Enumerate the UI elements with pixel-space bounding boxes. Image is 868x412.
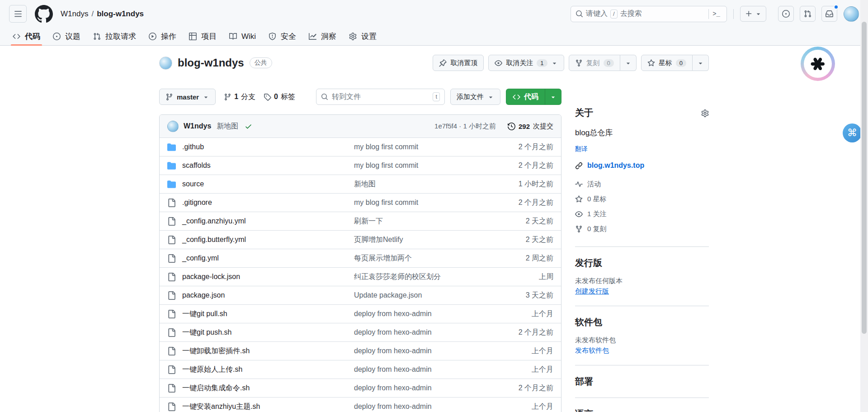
github-logo[interactable] <box>35 5 53 23</box>
command-extension-button[interactable]: ⌘ <box>843 123 862 142</box>
file-name-link[interactable]: _config.butterfly.yml <box>182 236 354 244</box>
table-row[interactable]: 一键卸载加密插件.shdeploy from hexo-admin上个月 <box>160 341 561 360</box>
branches-link[interactable]: 1 分支 <box>224 92 255 102</box>
commit-author-avatar[interactable] <box>167 121 179 132</box>
commit-message-link[interactable]: my blog first commit <box>354 199 490 207</box>
commit-message-link[interactable]: deploy from hexo-admin <box>354 384 490 392</box>
commit-message-link[interactable]: deploy from hexo-admin <box>354 328 490 336</box>
commit-message-link[interactable]: 新地图 <box>217 122 238 131</box>
page-scrollbar[interactable] <box>860 0 868 412</box>
edit-repo-details-button[interactable] <box>701 109 709 117</box>
file-name-link[interactable]: .github <box>182 143 354 151</box>
commit-history-link[interactable]: 292 次提交 <box>508 122 553 131</box>
table-row[interactable]: scaffoldsmy blog first commit2 个月之前 <box>160 156 561 175</box>
commit-message-link[interactable]: deploy from hexo-admin <box>354 403 490 411</box>
tab-security[interactable]: 安全 <box>262 28 302 45</box>
pull-requests-dashboard-button[interactable] <box>800 6 816 22</box>
table-row[interactable]: package.jsonUpdate package.json3 天之前 <box>160 286 561 304</box>
hamburger-menu-button[interactable] <box>9 5 27 23</box>
breadcrumb-repo-link[interactable]: blog-w1ndys <box>97 9 144 19</box>
create-new-button[interactable] <box>740 6 766 22</box>
fork-button[interactable]: 复刻 0 <box>569 55 620 71</box>
commit-message-link[interactable]: 每页展示增加两个 <box>354 254 490 263</box>
file-name-link[interactable]: scaffolds <box>182 161 354 170</box>
branch-selector[interactable]: master <box>159 89 216 105</box>
command-palette-icon[interactable]: >_ <box>711 10 722 18</box>
file-name-link[interactable]: 一键原始人上传.sh <box>182 365 354 374</box>
commit-message-link[interactable]: 页脚增加Netlify <box>354 235 490 245</box>
activity-link[interactable]: 活动 <box>575 177 709 192</box>
publish-package-link[interactable]: 发布软件包 <box>575 346 609 355</box>
fork-dropdown-button[interactable] <box>620 55 637 71</box>
notifications-inbox-button[interactable] <box>821 6 837 22</box>
table-row[interactable]: _config.butterfly.yml页脚增加Netlify2 天之前 <box>160 230 561 249</box>
tab-insights[interactable]: 洞察 <box>302 28 343 45</box>
topic-translate-link[interactable]: 翻译 <box>575 145 588 153</box>
unwatch-button[interactable]: 取消关注 1 <box>488 55 564 71</box>
create-release-link[interactable]: 创建发行版 <box>575 287 609 296</box>
user-avatar[interactable] <box>844 6 859 22</box>
file-name-link[interactable]: 一键卸载加密插件.sh <box>182 346 354 356</box>
table-row[interactable]: source新地图1 小时之前 <box>160 175 561 193</box>
forks-link[interactable]: 0 复刻 <box>575 222 709 237</box>
tab-issues[interactable]: 议题 <box>47 28 87 45</box>
issues-dashboard-button[interactable] <box>778 6 794 22</box>
table-row[interactable]: 一键原始人上传.shdeploy from hexo-admin上个月 <box>160 360 561 379</box>
file-name-link[interactable]: 一键安装anzhiyu主题.sh <box>182 402 354 412</box>
commit-message-link[interactable]: my blog first commit <box>354 161 490 170</box>
commit-message-link[interactable]: 纠正袁莎莎老师的校区划分 <box>354 272 490 282</box>
breadcrumb-owner-link[interactable]: W1ndys <box>61 9 88 19</box>
repo-owner-avatar[interactable] <box>159 57 172 70</box>
commit-message-link[interactable]: Update package.json <box>354 291 490 299</box>
star-dropdown-button[interactable] <box>693 55 709 71</box>
unpin-button[interactable]: 取消置顶 <box>433 55 484 71</box>
tab-pull-requests[interactable]: 拉取请求 <box>87 28 142 45</box>
tags-link[interactable]: 0 标签 <box>264 92 295 102</box>
commit-sha-time-link[interactable]: 1e7f5f4 · 1 小时之前 <box>434 122 496 131</box>
table-row[interactable]: _config.yml每页展示增加两个2 周之前 <box>160 249 561 267</box>
file-name-link[interactable]: 一键git push.sh <box>182 328 354 337</box>
add-file-button[interactable]: 添加文件 <box>450 89 500 105</box>
table-row[interactable]: 一键git pull.shdeploy from hexo-admin上个月 <box>160 304 561 323</box>
tab-wiki[interactable]: Wiki <box>223 28 262 45</box>
commit-message-link[interactable]: 刷新一下 <box>354 217 490 226</box>
tab-code[interactable]: 代码 <box>6 28 47 45</box>
file-name-link[interactable]: package-lock.json <box>182 273 354 281</box>
table-row[interactable]: 一键git push.shdeploy from hexo-admin2 个月之… <box>160 323 561 341</box>
table-row[interactable]: _config.anzhiyu.yml刷新一下2 天之前 <box>160 212 561 230</box>
global-search-input[interactable]: 请键入 / 去搜索 >_ <box>571 6 727 22</box>
code-dropdown-caret[interactable] <box>545 89 561 104</box>
file-name-link[interactable]: 一键git pull.sh <box>182 309 354 319</box>
go-to-file-input[interactable]: 转到文件 t <box>316 89 445 105</box>
commit-message-link[interactable]: deploy from hexo-admin <box>354 310 490 318</box>
folder-icon <box>167 161 177 170</box>
tab-settings[interactable]: 设置 <box>343 28 383 45</box>
check-icon[interactable] <box>245 123 252 130</box>
file-name-link[interactable]: _config.anzhiyu.yml <box>182 217 354 225</box>
table-row[interactable]: 一键启动集成命令.shdeploy from hexo-admin2 个月之前 <box>160 379 561 397</box>
repo-website-link[interactable]: blog.w1ndys.top <box>587 161 644 170</box>
file-name-link[interactable]: 一键启动集成命令.sh <box>182 384 354 393</box>
table-row[interactable]: .githubmy blog first commit2 个月之前 <box>160 137 561 156</box>
table-row[interactable]: 一键安装anzhiyu主题.shdeploy from hexo-admin上个… <box>160 397 561 412</box>
commit-message-link[interactable]: deploy from hexo-admin <box>354 365 490 374</box>
repo-forked-icon <box>575 59 583 67</box>
tab-projects[interactable]: 项目 <box>183 28 223 45</box>
stars-link[interactable]: 0 星标 <box>575 192 709 207</box>
file-name-link[interactable]: package.json <box>182 291 354 299</box>
tab-actions[interactable]: 操作 <box>142 28 183 45</box>
file-name-link[interactable]: source <box>182 180 354 188</box>
code-download-button[interactable]: 代码 <box>506 89 561 105</box>
commit-author-link[interactable]: W1ndys <box>184 122 211 130</box>
table-row[interactable]: .gitignoremy blog first commit2 个月之前 <box>160 193 561 212</box>
file-name-link[interactable]: .gitignore <box>182 199 354 207</box>
file-name-link[interactable]: _config.yml <box>182 254 354 262</box>
table-row[interactable]: package-lock.json纠正袁莎莎老师的校区划分上周 <box>160 267 561 286</box>
scrollbar-thumb[interactable] <box>862 22 867 334</box>
star-button[interactable]: 星标 0 <box>641 55 693 71</box>
commit-message-link[interactable]: 新地图 <box>354 180 490 189</box>
translate-extension-button[interactable] <box>801 47 835 81</box>
watchers-link[interactable]: 1 关注 <box>575 207 709 222</box>
commit-message-link[interactable]: deploy from hexo-admin <box>354 347 490 355</box>
commit-message-link[interactable]: my blog first commit <box>354 143 490 151</box>
